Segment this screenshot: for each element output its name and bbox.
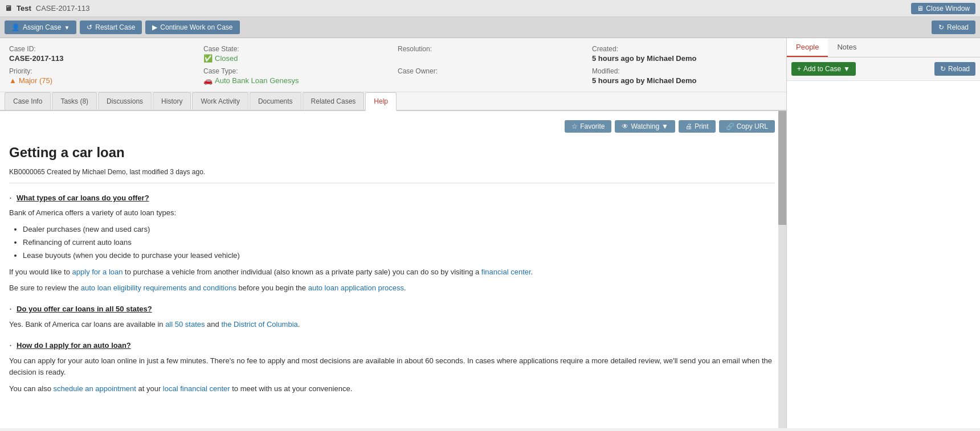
tab-tasks[interactable]: Tasks (8) <box>52 92 97 110</box>
schedule-link[interactable]: schedule an appointment <box>54 384 136 393</box>
case-state-text: Closed <box>215 54 238 63</box>
print-label: Print <box>695 122 709 130</box>
question-1-header: · What types of car loans do you offer? <box>9 192 775 204</box>
eye-icon: 👁 <box>622 122 628 130</box>
case-owner-label: Case Owner: <box>398 67 583 75</box>
case-id-block: Case ID: CASE-2017-113 <box>9 45 194 63</box>
question-3-link[interactable]: How do I apply for an auto loan? <box>17 340 131 352</box>
right-tab-notes[interactable]: Notes <box>828 38 865 57</box>
tabs-bar: Case Info Tasks (8) Discussions History … <box>0 92 786 111</box>
priority-label: Priority: <box>9 67 194 75</box>
case-state-label: Case State: <box>203 45 389 53</box>
action-bar: 👤 Assign Case ▼ ↺ Restart Case ▶ Continu… <box>0 17 980 38</box>
close-window-label: Close Window <box>926 5 970 13</box>
tab-help[interactable]: Help <box>365 92 397 111</box>
modified-value: 5 hours ago by Michael Demo <box>592 76 777 85</box>
continue-work-label: Continue Work on Case <box>160 23 232 31</box>
tab-case-info-label: Case Info <box>13 97 42 105</box>
tab-discussions[interactable]: Discussions <box>98 92 152 110</box>
q1-body: Bank of America offers a variety of auto… <box>9 207 775 219</box>
tab-related-cases-label: Related Cases <box>311 97 356 105</box>
resolution-block: Resolution: <box>398 45 583 63</box>
tab-work-activity-label: Work Activity <box>201 97 239 105</box>
reload-right-button[interactable]: ↻ Reload <box>934 62 975 76</box>
right-tab-people[interactable]: People <box>787 38 828 57</box>
content-toolbar: ☆ Favorite 👁 Watching ▼ 🖨 Print 🔗 Copy U… <box>9 120 775 133</box>
restart-icon: ↺ <box>87 23 92 31</box>
application-link[interactable]: auto loan application process <box>308 284 404 292</box>
restart-case-button[interactable]: ↺ Restart Case <box>80 20 142 34</box>
modified-block: Modified: 5 hours ago by Michael Demo <box>592 67 777 85</box>
right-tab-people-label: People <box>796 43 819 51</box>
tab-related-cases[interactable]: Related Cases <box>303 92 365 110</box>
states-link[interactable]: all 50 states <box>165 320 205 329</box>
tab-history-label: History <box>161 97 182 105</box>
dc-link[interactable]: the District of Columbia <box>221 320 297 329</box>
case-state-value: ✅ Closed <box>203 54 389 63</box>
list-item: Dealer purchases (new and used cars) <box>23 224 775 236</box>
q1-p1: If you would like to apply for a loan to… <box>9 266 775 278</box>
article-body: Getting a car loan KB0000065 Created by … <box>9 142 775 395</box>
scroll-thumb[interactable] <box>778 111 786 225</box>
q1-bullets-list: Dealer purchases (new and used cars) Ref… <box>23 224 775 261</box>
case-id-title: CASE-2017-113 <box>36 4 90 13</box>
add-dropdown-icon: ▼ <box>843 65 850 73</box>
play-icon: ▶ <box>152 23 157 31</box>
case-info-section: Case ID: CASE-2017-113 Case State: ✅ Clo… <box>0 38 786 92</box>
priority-text: Major (75) <box>19 76 52 85</box>
link-icon: 🔗 <box>726 122 734 130</box>
tab-case-info[interactable]: Case Info <box>5 92 51 110</box>
question-3-header: · How do I apply for an auto loan? <box>9 340 775 352</box>
car-icon: 🚗 <box>203 76 213 85</box>
article-title: Getting a car loan <box>9 142 775 163</box>
app-name: Test <box>17 4 31 13</box>
created-value: 5 hours ago by Michael Demo <box>592 54 777 63</box>
modified-label: Modified: <box>592 67 777 75</box>
case-state-block: Case State: ✅ Closed <box>203 45 389 63</box>
case-type-label: Case Type: <box>203 67 389 75</box>
question-1-link[interactable]: What types of car loans do you offer? <box>17 192 149 204</box>
tab-history[interactable]: History <box>153 92 191 110</box>
main-layout: Case ID: CASE-2017-113 Case State: ✅ Clo… <box>0 38 980 428</box>
question-block-3: · How do I apply for an auto loan? You c… <box>9 340 775 395</box>
tab-documents[interactable]: Documents <box>250 92 301 110</box>
add-to-case-button[interactable]: + Add to Case ▼ <box>791 62 856 76</box>
print-button[interactable]: 🖨 Print <box>679 120 716 133</box>
list-item: Refinancing of current auto loans <box>23 237 775 249</box>
question-block-2: · Do you offer car loans in all 50 state… <box>9 303 775 331</box>
case-type-block: Case Type: 🚗 Auto Bank Loan Genesys <box>203 67 389 85</box>
list-item: Lease buyouts (when you decide to purcha… <box>23 250 775 262</box>
closed-icon: ✅ <box>203 54 213 63</box>
continue-work-button[interactable]: ▶ Continue Work on Case <box>145 20 239 34</box>
eligibility-link[interactable]: auto loan eligibility requirements and c… <box>81 284 236 292</box>
scroll-track[interactable] <box>778 111 786 428</box>
financial-center-link[interactable]: financial center <box>481 268 531 276</box>
created-block: Created: 5 hours ago by Michael Demo <box>592 45 777 63</box>
reload-top-button[interactable]: ↻ Reload <box>932 20 975 34</box>
right-panel: People Notes + Add to Case ▼ ↻ Reload <box>786 38 980 428</box>
article-meta: KB0000065 Created by Michael Demo, last … <box>9 167 775 178</box>
local-center-link[interactable]: local financial center <box>163 384 230 393</box>
restart-case-label: Restart Case <box>95 23 135 31</box>
plus-icon: + <box>797 65 801 73</box>
copy-url-label: Copy URL <box>737 122 768 130</box>
tab-documents-label: Documents <box>258 97 293 105</box>
q1-p2: Be sure to review the auto loan eligibil… <box>9 282 775 294</box>
app-title: 🖥 Test CASE-2017-113 <box>5 4 89 13</box>
reload-top-icon: ↻ <box>938 23 944 31</box>
question-2-link[interactable]: Do you offer car loans in all 50 states? <box>17 303 152 315</box>
right-panel-content <box>787 81 980 428</box>
apply-link[interactable]: apply for a loan <box>72 268 123 276</box>
q2-body: Yes. Bank of America car loans are avail… <box>9 319 775 331</box>
dropdown-arrow-icon: ▼ <box>64 24 70 31</box>
copy-url-button[interactable]: 🔗 Copy URL <box>719 120 775 133</box>
favorite-button[interactable]: ☆ Favorite <box>565 120 611 133</box>
question-block-1: · What types of car loans do you offer? … <box>9 192 775 295</box>
tab-work-activity[interactable]: Work Activity <box>192 92 248 110</box>
reload-right-icon: ↻ <box>940 65 946 73</box>
right-tabs-bar: People Notes <box>787 38 980 58</box>
assign-case-button[interactable]: 👤 Assign Case ▼ <box>5 20 76 34</box>
case-owner-block: Case Owner: <box>398 67 583 85</box>
close-window-button[interactable]: 🖥 Close Window <box>911 3 975 14</box>
watching-button[interactable]: 👁 Watching ▼ <box>615 120 675 133</box>
